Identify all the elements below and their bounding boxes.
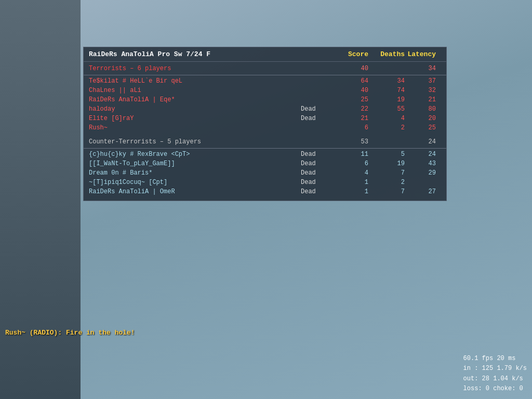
chat-message: Rush~ (RADIO): Fire in the hole! [5,329,135,337]
player-deaths: 2 [368,179,405,186]
player-score: 25 [332,96,368,103]
player-status: Dead [301,160,332,167]
terrorists-latency: 34 [405,65,441,72]
table-row: Elite [G]raY Dead 21 4 20 [84,114,446,123]
player-latency: 24 [405,151,441,158]
player-deaths: 55 [368,105,405,113]
player-name: haloday [89,105,301,113]
perf-loss: loss: 0 choke: 0 [463,384,527,394]
perf-in: in : 125 1.79 k/s [463,364,527,374]
table-row: Dream 0n # Baris* Dead 4 7 29 [84,168,446,178]
player-deaths: 34 [368,77,405,85]
player-name: ~[T]ipiq1Cocuq~ [Cpt] [89,179,301,186]
player-name: Dream 0n # Baris* [89,169,301,177]
player-latency: 37 [405,77,441,85]
player-deaths: 19 [368,160,405,167]
table-row: RaiDeRs AnaToliA | Eqe* 25 19 21 [84,95,446,104]
header-columns: Score Deaths Latency [332,50,441,58]
table-row: Rush~ 6 2 25 [84,123,446,132]
player-latency: 32 [405,87,441,94]
ct-score: 53 [332,138,368,145]
terrorists-score: 40 [332,65,368,72]
player-latency: 43 [405,160,441,167]
player-status: Dead [301,151,332,158]
table-row: ~[T]ipiq1Cocuq~ [Cpt] Dead 1 2 [84,178,446,187]
table-row: Te$kilat # HeLL`e Bir qeL 64 34 37 [84,76,446,86]
perf-fps: 60.1 fps 20 ms [463,354,527,364]
terrorists-team-row: Terrorists – 6 players 40 34 [84,63,446,74]
player-deaths: 19 [368,96,405,103]
player-score: 21 [332,115,368,122]
player-name: Rush~ [89,124,301,131]
player-score: 1 [332,179,368,186]
player-latency: 20 [405,115,441,122]
player-score: 4 [332,169,368,177]
player-latency: 27 [405,188,441,195]
player-deaths: 5 [368,151,405,158]
player-name: ChaLnes || aLi [89,87,301,94]
player-score: 64 [332,77,368,85]
player-status: Dead [301,188,332,195]
perf-stats: 60.1 fps 20 ms in : 125 1.79 k/s out: 28… [463,354,527,394]
player-score: 11 [332,151,368,158]
player-latency: 80 [405,105,441,113]
player-deaths: 74 [368,87,405,94]
player-status: Dead [301,105,332,113]
ct-latency: 24 [405,138,441,145]
player-deaths: 7 [368,188,405,195]
perf-out: out: 28 1.04 k/s [463,374,527,384]
player-name: RaiDeRs AnaToliA | OmeR [89,188,301,195]
player-deaths: 4 [368,115,405,122]
player-name: {c}hu{c}ky # RexBrave <CpT> [89,151,301,158]
table-row: {c}hu{c}ky # RexBrave <CpT> Dead 11 5 24 [84,150,446,159]
ct-label: Counter-Terrorists – 5 players [89,138,332,145]
player-status: Dead [301,179,332,186]
player-latency: 29 [405,169,441,177]
table-row: haloday Dead 22 55 80 [84,104,446,114]
player-deaths: 2 [368,124,405,131]
player-deaths: 7 [368,169,405,177]
table-row: RaiDeRs AnaToliA | OmeR Dead 1 7 27 [84,187,446,196]
table-row: [[I_WaNt-To_pLaY_GamE]] Dead 6 19 43 [84,159,446,168]
player-name: RaiDeRs AnaToliA | Eqe* [89,96,301,103]
col-deaths-label: Deaths [368,50,405,58]
player-latency: 25 [405,124,441,131]
scoreboard-header: RaiDeRs AnaToliA Pro Sw 7/24 F Score Dea… [84,47,446,62]
terrorists-label: Terrorists – 6 players [89,65,332,72]
player-score: 6 [332,160,368,167]
player-score: 1 [332,188,368,195]
player-latency: 21 [405,96,441,103]
table-row: ChaLnes || aLi 40 74 32 [84,86,446,95]
col-latency-label: Latency [405,50,441,58]
player-name: Te$kilat # HeLL`e Bir qeL [89,77,301,85]
scoreboard: RaiDeRs AnaToliA Pro Sw 7/24 F Score Dea… [83,47,447,201]
player-name: Elite [G]raY [89,115,301,122]
t-divider [84,75,446,75]
left-panel [0,0,81,399]
player-score: 22 [332,105,368,113]
col-score-label: Score [332,50,368,58]
ct-team-row: Counter-Terrorists – 5 players 53 24 [84,137,446,147]
player-score: 40 [332,87,368,94]
scoreboard-title: RaiDeRs AnaToliA Pro Sw 7/24 F [89,50,332,58]
player-score: 6 [332,124,368,131]
player-status: Dead [301,169,332,177]
player-status: Dead [301,115,332,122]
ct-divider [84,148,446,149]
player-name: [[I_WaNt-To_pLaY_GamE]] [89,160,301,167]
